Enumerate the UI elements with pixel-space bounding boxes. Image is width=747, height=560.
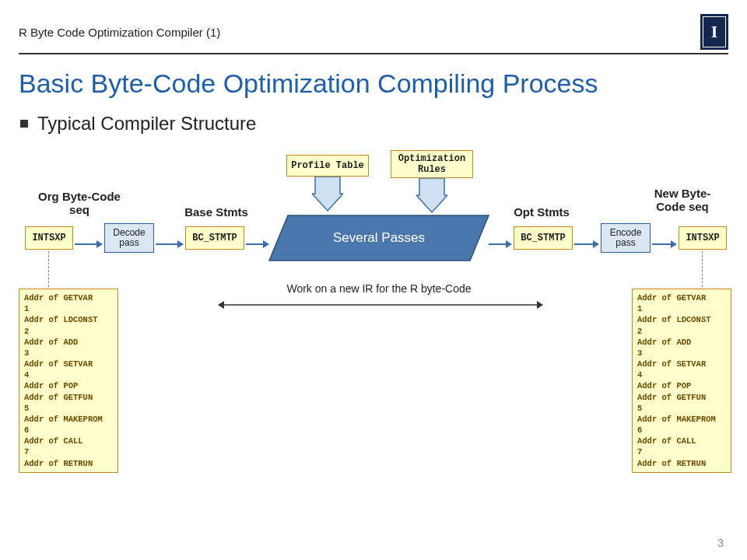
svg-marker-15 [218,301,224,309]
down-arrow-icon [312,177,343,214]
bidi-arrow-icon [218,299,543,313]
intsxp-right-box: INTSXP [679,226,727,250]
svg-marker-9 [506,240,512,248]
profile-table-box: Profile Table [286,155,369,177]
page-number: 3 [717,537,724,549]
page-title: Basic Byte-Code Optimization Compiling P… [19,68,728,99]
encode-pass-box: Encode pass [601,223,651,253]
code-left-box: Addr of GETVAR 1 Addr of LDCONST 2 Addr … [19,289,118,473]
label-org-seq: Org Byte-Code seq [33,191,126,216]
intsxp-left-box: INTSXP [25,226,73,250]
dashed-connector-left [48,251,49,287]
svg-marker-1 [96,240,103,248]
decode-pass-box: Decode pass [104,223,154,253]
svg-marker-3 [177,240,184,248]
breadcrumb: R Byte Code Optimization Compiler (1) [19,26,220,39]
svg-marker-16 [537,301,543,309]
label-base-stmts: Base Stmts [177,206,255,219]
svg-marker-13 [671,240,677,248]
code-right-box: Addr of GETVAR 1 Addr of LDCONST 2 Addr … [632,289,731,473]
dashed-connector-right [702,251,703,287]
diagram-area: Profile Table Optimization Rules Org Byt… [19,155,728,489]
page-subtitle: Typical Compiler Structure [20,113,728,135]
label-new-seq: New Byte- Code seq [640,187,725,213]
bcstmtp-left-box: BC_STMTP [185,226,244,250]
svg-text:Several Passes: Several Passes [333,230,425,245]
opt-rules-group: Optimization Rules [391,150,473,178]
svg-marker-5 [263,240,269,248]
bcstmtp-right-box: BC_STMTP [514,226,573,250]
bullet-icon [20,120,28,128]
header-bar: R Byte Code Optimization Compiler (1) I [19,14,728,54]
logo-letter: I [711,22,718,42]
uiuc-logo: I [700,14,728,50]
label-opt-stmts: Opt Stmts [503,206,580,219]
several-passes-box: Several Passes [269,215,489,264]
down-arrow-icon [416,178,447,215]
ir-note: Work on a new IR for the R byte-Code [251,282,507,295]
svg-marker-11 [593,240,599,248]
profile-table-group: Profile Table [286,155,369,177]
opt-rules-box: Optimization Rules [391,150,473,178]
